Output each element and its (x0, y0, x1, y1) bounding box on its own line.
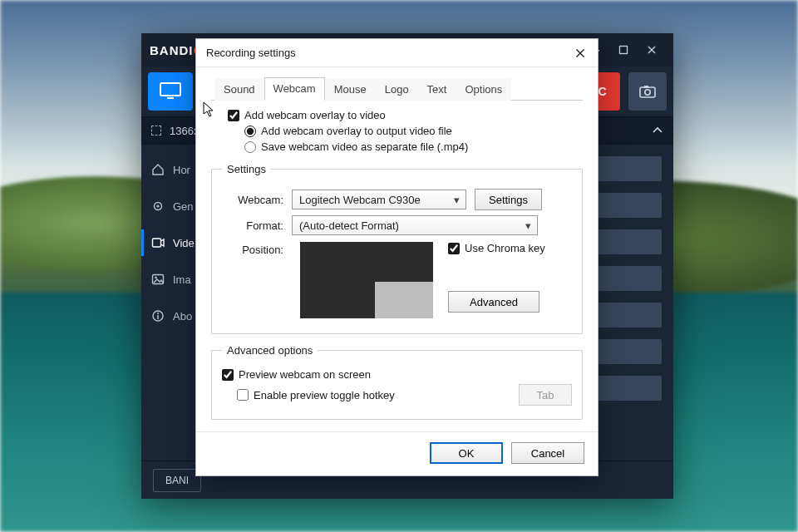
overlay-to-output-label: Add webcam overlay to output video file (261, 125, 452, 137)
video-icon (151, 236, 165, 249)
camera-icon (639, 85, 656, 98)
toggle-hotkey-button[interactable]: Tab (519, 384, 572, 406)
advanced-button[interactable]: Advanced (448, 291, 539, 313)
tab-options[interactable]: Options (456, 78, 511, 101)
webcam-field-label: Webcam: (222, 194, 283, 206)
settings-group: Settings Webcam: Logitech Webcam C930e ▾… (211, 163, 583, 334)
advanced-options-legend: Advanced options (222, 344, 318, 357)
svg-point-5 (645, 90, 650, 95)
overlay-separate-radio[interactable] (244, 141, 256, 153)
format-field-label: Format: (222, 219, 283, 232)
footer-button[interactable]: BANI (153, 469, 201, 492)
svg-rect-9 (153, 239, 161, 247)
tab-webcam[interactable]: Webcam (264, 77, 325, 101)
overlay-position-picker[interactable] (300, 242, 433, 318)
format-select[interactable]: (Auto-detect Format) ▾ (292, 215, 538, 235)
chroma-key-label: Use Chroma key (465, 242, 545, 254)
add-overlay-label: Add webcam overlay to video (244, 109, 386, 121)
cursor-arrow-icon (203, 101, 216, 118)
enable-toggle-hotkey-checkbox[interactable] (237, 389, 249, 401)
tab-mouse[interactable]: Mouse (325, 78, 376, 101)
sidebar-label: Abo (173, 310, 192, 323)
svg-rect-3 (167, 97, 174, 99)
dialog-footer: OK Cancel (196, 431, 598, 475)
overlay-separate-label: Save webcam video as separate file (.mp4… (261, 140, 468, 153)
screen-mode-button[interactable] (148, 72, 193, 111)
svg-rect-6 (644, 86, 648, 88)
tab-logo[interactable]: Logo (376, 78, 418, 101)
svg-rect-4 (640, 87, 655, 97)
info-icon (151, 309, 165, 323)
dialog-title: Recording settings (206, 47, 296, 59)
advanced-options-group: Advanced options Preview webcam on scree… (211, 344, 583, 420)
selection-icon (151, 126, 161, 135)
sidebar: Hor Gen Vide Ima Abo (141, 145, 203, 461)
chevron-up-icon (652, 126, 663, 135)
recording-settings-dialog: Recording settings Sound Webcam Mouse Lo… (195, 38, 598, 476)
tab-text[interactable]: Text (418, 78, 456, 101)
chevron-down-icon: ▾ (451, 194, 462, 206)
sidebar-label: Hor (173, 164, 190, 176)
overlay-to-output-radio[interactable] (244, 126, 256, 137)
dialog-titlebar: Recording settings (196, 39, 598, 67)
svg-rect-14 (157, 315, 158, 319)
ok-button[interactable]: OK (430, 442, 503, 464)
overlay-handle[interactable] (375, 282, 433, 318)
settings-legend: Settings (222, 163, 271, 175)
tab-sound[interactable]: Sound (214, 78, 264, 101)
add-overlay-checkbox[interactable] (228, 110, 239, 121)
svg-rect-2 (160, 83, 180, 96)
svg-rect-1 (620, 47, 628, 54)
preview-on-screen-checkbox[interactable] (222, 369, 234, 381)
svg-point-11 (155, 277, 157, 279)
chevron-down-icon: ▾ (522, 219, 534, 232)
monitor-icon (160, 82, 181, 101)
screenshot-button[interactable] (628, 72, 667, 111)
cancel-button[interactable]: Cancel (511, 442, 584, 464)
enable-toggle-hotkey-label: Enable preview toggle hotkey (254, 389, 395, 401)
webcam-select-value: Logitech Webcam C930e (299, 194, 421, 206)
chroma-key-checkbox[interactable] (448, 243, 460, 254)
dialog-close-button[interactable] (568, 42, 593, 64)
home-icon (151, 163, 165, 176)
preview-on-screen-label: Preview webcam on screen (239, 368, 371, 381)
close-main-button[interactable] (638, 38, 665, 62)
image-icon (151, 273, 165, 286)
svg-point-13 (157, 313, 159, 314)
tabstrip: Sound Webcam Mouse Logo Text Options (211, 77, 583, 101)
sidebar-label: Gen (173, 200, 194, 213)
webcam-settings-button[interactable]: Settings (475, 189, 542, 210)
sidebar-label: Ima (173, 273, 191, 286)
svg-point-8 (156, 204, 159, 207)
webcam-select[interactable]: Logitech Webcam C930e ▾ (292, 190, 466, 209)
position-field-label: Position: (222, 242, 283, 256)
maximize-button[interactable] (610, 38, 637, 62)
gear-icon (151, 200, 165, 213)
sidebar-label: Vide (173, 237, 195, 249)
format-select-value: (Auto-detect Format) (299, 219, 399, 232)
